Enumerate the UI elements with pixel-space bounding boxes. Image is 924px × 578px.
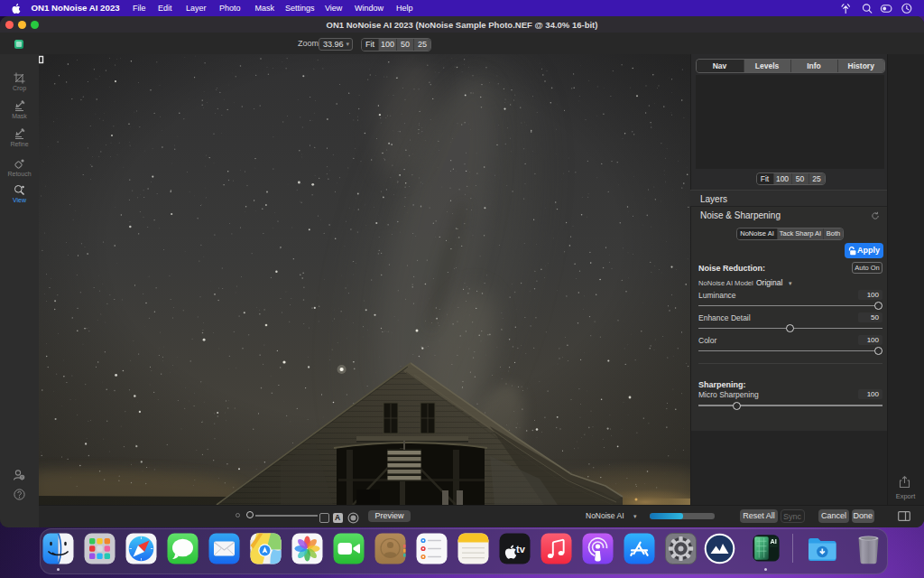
svg-text:AI: AI <box>770 537 776 545</box>
svg-text:tv: tv <box>516 544 526 555</box>
